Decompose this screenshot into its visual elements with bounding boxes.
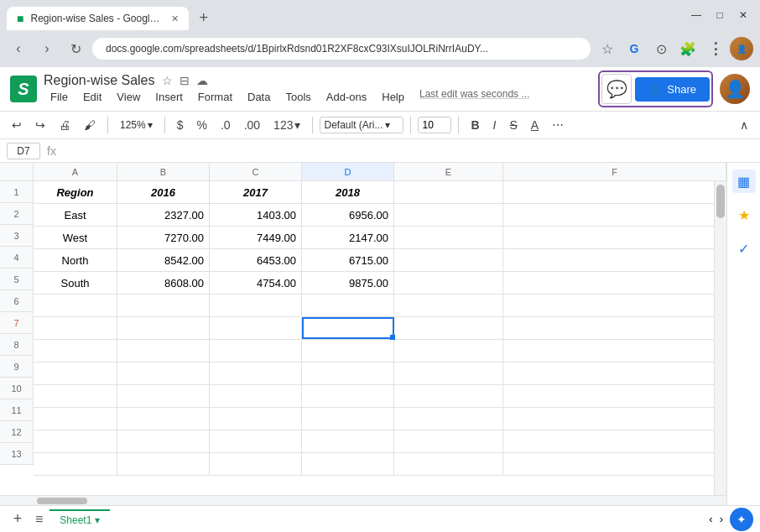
- chrome-extension-g-icon[interactable]: G: [622, 37, 646, 60]
- cell-a2[interactable]: East: [34, 204, 117, 226]
- sidebar-calendar-icon[interactable]: ▦: [732, 170, 756, 193]
- number-format-button[interactable]: 123 ▾: [268, 115, 305, 135]
- currency-button[interactable]: $: [172, 115, 189, 135]
- cell-c4[interactable]: 6453.00: [210, 249, 302, 271]
- cell-c6[interactable]: [210, 295, 302, 316]
- cell-e11[interactable]: [394, 408, 503, 430]
- share-button[interactable]: 👤 Share: [635, 77, 710, 102]
- cell-b3[interactable]: 7270.00: [117, 227, 210, 248]
- cell-c13[interactable]: [210, 453, 302, 475]
- horizontal-scrollbar[interactable]: [0, 495, 726, 505]
- collapse-toolbar-button[interactable]: ∧: [735, 115, 753, 135]
- cell-c8[interactable]: [210, 340, 302, 362]
- forward-button[interactable]: ›: [35, 37, 59, 60]
- col-header-c[interactable]: C: [210, 163, 302, 181]
- minimize-button[interactable]: —: [686, 5, 706, 25]
- col-header-a[interactable]: A: [34, 163, 117, 181]
- cell-f10[interactable]: [503, 385, 714, 407]
- row-header-2[interactable]: 2: [0, 203, 34, 225]
- cell-d8[interactable]: [302, 340, 394, 362]
- cell-f2[interactable]: [503, 204, 714, 226]
- add-sheet-button[interactable]: +: [7, 509, 29, 530]
- cell-a1[interactable]: Region: [34, 181, 117, 203]
- cell-a9[interactable]: [34, 362, 117, 384]
- print-button[interactable]: 🖨: [54, 115, 75, 135]
- cell-e8[interactable]: [394, 340, 503, 362]
- strikethrough-button[interactable]: S: [504, 115, 522, 135]
- h-scrollbar-thumb[interactable]: [37, 498, 87, 504]
- new-tab-button[interactable]: +: [192, 6, 215, 30]
- cell-f7[interactable]: [503, 317, 714, 339]
- cell-f3[interactable]: [503, 227, 714, 248]
- row-header-3[interactable]: 3: [0, 225, 34, 247]
- menu-addons[interactable]: Add-ons: [320, 88, 373, 106]
- cell-d1[interactable]: 2018: [302, 181, 394, 203]
- cell-d10[interactable]: [302, 385, 394, 407]
- scrollbar-thumb[interactable]: [716, 185, 725, 218]
- sheet-tab-sheet1[interactable]: Sheet1 ▾: [49, 509, 110, 529]
- cell-d12[interactable]: [302, 430, 394, 452]
- row-header-12[interactable]: 12: [0, 421, 34, 443]
- explore-button[interactable]: ✦: [730, 508, 753, 531]
- cell-a3[interactable]: West: [34, 227, 117, 248]
- bookmark-icon[interactable]: ☆: [596, 37, 619, 60]
- cell-a5[interactable]: South: [34, 272, 117, 294]
- last-edit-status[interactable]: Last edit was seconds ...: [419, 88, 529, 106]
- cell-f8[interactable]: [503, 340, 714, 362]
- cell-f1[interactable]: [503, 181, 714, 203]
- row-header-6[interactable]: 6: [0, 290, 34, 312]
- row-header-1[interactable]: 1: [0, 181, 34, 203]
- cell-a12[interactable]: [34, 430, 117, 452]
- row-header-10[interactable]: 10: [0, 378, 34, 399]
- col-header-d[interactable]: D: [302, 163, 394, 181]
- cell-f12[interactable]: [503, 430, 714, 452]
- paint-format-button[interactable]: 🖌: [79, 115, 101, 135]
- cell-c1[interactable]: 2017: [210, 181, 302, 203]
- row-header-13[interactable]: 13: [0, 443, 34, 465]
- cell-e13[interactable]: [394, 453, 503, 475]
- menu-insert[interactable]: Insert: [148, 88, 190, 106]
- row-header-5[interactable]: 5: [0, 269, 34, 290]
- profile-avatar[interactable]: 👤: [730, 37, 753, 60]
- cell-b10[interactable]: [117, 385, 210, 407]
- cell-d7-selected[interactable]: [302, 317, 394, 339]
- cell-e1[interactable]: [394, 181, 503, 203]
- maximize-button[interactable]: □: [710, 5, 730, 25]
- cell-a7[interactable]: [34, 317, 117, 339]
- cell-d2[interactable]: 6956.00: [302, 204, 394, 226]
- cell-c12[interactable]: [210, 430, 302, 452]
- cell-a10[interactable]: [34, 385, 117, 407]
- cell-e6[interactable]: [394, 295, 503, 316]
- menu-tools[interactable]: Tools: [278, 88, 317, 106]
- menu-file[interactable]: File: [44, 88, 75, 106]
- cell-b9[interactable]: [117, 362, 210, 384]
- cell-b13[interactable]: [117, 453, 210, 475]
- cell-e7[interactable]: [394, 317, 503, 339]
- zoom-select[interactable]: 125% ▾: [115, 116, 158, 134]
- cell-d4[interactable]: 6715.00: [302, 249, 394, 271]
- star-icon[interactable]: ☆: [162, 74, 173, 87]
- cell-c7[interactable]: [210, 317, 302, 339]
- cell-f9[interactable]: [503, 362, 714, 384]
- cell-b5[interactable]: 8608.00: [117, 272, 210, 294]
- underline-button[interactable]: A: [526, 115, 544, 135]
- cell-d5[interactable]: 9875.00: [302, 272, 394, 294]
- cloud-save-icon[interactable]: ☁: [196, 74, 208, 87]
- cell-f6[interactable]: [503, 295, 714, 316]
- cell-a8[interactable]: [34, 340, 117, 362]
- cell-c2[interactable]: 1403.00: [210, 204, 302, 226]
- cell-c5[interactable]: 4754.00: [210, 272, 302, 294]
- menu-dots-icon[interactable]: ⋮: [703, 37, 726, 60]
- cell-e4[interactable]: [394, 249, 503, 271]
- cell-b2[interactable]: 2327.00: [117, 204, 210, 226]
- menu-view[interactable]: View: [110, 88, 147, 106]
- cell-e2[interactable]: [394, 204, 503, 226]
- cell-a4[interactable]: North: [34, 249, 117, 271]
- cell-b6[interactable]: [117, 295, 210, 316]
- cell-b4[interactable]: 8542.00: [117, 249, 210, 271]
- address-input[interactable]: [92, 38, 591, 60]
- back-button[interactable]: ‹: [7, 37, 30, 60]
- cell-c3[interactable]: 7449.00: [210, 227, 302, 248]
- row-header-8[interactable]: 8: [0, 334, 34, 356]
- scroll-arrow-right[interactable]: ›: [720, 513, 723, 525]
